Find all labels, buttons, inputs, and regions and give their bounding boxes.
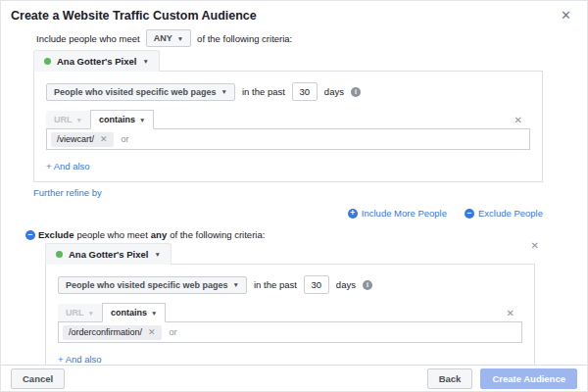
match-any-dropdown[interactable]: ANY ▼ bbox=[146, 29, 191, 47]
chevron-down-icon: ▼ bbox=[76, 117, 82, 123]
chevron-down-icon: ▼ bbox=[177, 35, 183, 42]
exclude-url-value-input[interactable]: /orderconfirmation/ ✕ or bbox=[58, 321, 522, 343]
include-more-people-label: Include More People bbox=[362, 208, 447, 219]
include-url-tag-text: /viewcart/ bbox=[57, 134, 94, 144]
include-event-dropdown[interactable]: People who visited specific web pages ▼ bbox=[46, 83, 235, 101]
exclude-event-dropdown[interactable]: People who visited specific web pages ▼ bbox=[58, 276, 247, 294]
create-audience-button[interactable]: Create Audience bbox=[480, 368, 577, 389]
remove-tag-icon[interactable]: ✕ bbox=[100, 134, 108, 144]
include-more-people-link[interactable]: + Include More People bbox=[348, 208, 447, 219]
exclude-and-also-link[interactable]: + And also bbox=[58, 354, 102, 365]
exclude-event-value: People who visited specific web pages bbox=[66, 280, 228, 290]
dialog-header: Create a Website Traffic Custom Audience… bbox=[1, 1, 587, 24]
chevron-down-icon: ▼ bbox=[221, 88, 227, 95]
include-event-value: People who visited specific web pages bbox=[54, 87, 217, 97]
exclude-header: − Exclude people who meet any of the fol… bbox=[25, 229, 587, 240]
include-and-also-link[interactable]: + And also bbox=[46, 161, 90, 172]
exclude-event-row: People who visited specific web pages ▼ … bbox=[58, 275, 522, 294]
minus-circle-icon: − bbox=[25, 230, 35, 240]
chevron-down-icon: ▼ bbox=[154, 251, 160, 258]
exclude-url-field-dropdown[interactable]: URL ▼ bbox=[58, 304, 102, 321]
remove-include-criterion-icon[interactable]: ✕ bbox=[514, 115, 522, 125]
exclude-url-row: URL ▼ contains ▼ ✕ bbox=[58, 303, 522, 321]
include-event-row: People who visited specific web pages ▼ … bbox=[46, 82, 530, 101]
exclude-mid-label: people who meet bbox=[76, 229, 147, 240]
exclude-url-tag: /orderconfirmation/ ✕ bbox=[63, 325, 162, 340]
pixel-status-dot-icon bbox=[44, 58, 51, 65]
include-operator-value: contains bbox=[99, 115, 135, 124]
close-icon[interactable]: ✕ bbox=[555, 9, 577, 22]
exclude-suffix-label: of the following criteria: bbox=[170, 229, 265, 240]
in-the-past-label: in the past bbox=[242, 86, 285, 97]
pixel-status-dot-icon bbox=[56, 251, 63, 258]
exclude-url-field-label: URL bbox=[66, 308, 84, 318]
include-further-refine-link[interactable]: Further refine by bbox=[33, 187, 102, 198]
or-placeholder: or bbox=[122, 134, 129, 144]
include-url-row: URL ▼ contains ▼ ✕ bbox=[46, 110, 530, 128]
chevron-down-icon: ▼ bbox=[151, 310, 157, 317]
info-icon: i bbox=[351, 87, 361, 97]
or-placeholder: or bbox=[170, 327, 177, 337]
create-custom-audience-dialog: Create a Website Traffic Custom Audience… bbox=[0, 0, 588, 392]
exclude-any-label: any bbox=[151, 229, 167, 240]
chevron-down-icon: ▼ bbox=[139, 117, 145, 123]
remove-tag-icon[interactable]: ✕ bbox=[148, 327, 156, 337]
dialog-footer: Cancel Back Create Audience bbox=[1, 365, 587, 391]
back-button[interactable]: Back bbox=[427, 368, 473, 389]
in-the-past-label: in the past bbox=[254, 279, 297, 290]
include-operator-dropdown[interactable]: contains ▼ bbox=[90, 110, 154, 129]
audience-actions-row: + Include More People − Exclude People bbox=[1, 208, 543, 219]
days-label: days bbox=[336, 279, 356, 290]
chevron-down-icon: ▼ bbox=[88, 310, 94, 317]
remove-exclude-section-icon[interactable]: ✕ bbox=[531, 240, 539, 251]
exclude-url-tag-text: /orderconfirmation/ bbox=[69, 327, 142, 337]
cancel-button[interactable]: Cancel bbox=[11, 368, 65, 389]
match-any-value: ANY bbox=[154, 33, 172, 43]
exclude-people-link[interactable]: − Exclude People bbox=[465, 208, 543, 219]
include-url-field-dropdown[interactable]: URL ▼ bbox=[46, 111, 90, 128]
info-icon: i bbox=[363, 280, 372, 290]
days-label: days bbox=[324, 86, 344, 97]
exclude-days-input[interactable] bbox=[304, 275, 329, 294]
minus-circle-icon: − bbox=[465, 209, 474, 219]
exclude-operator-dropdown[interactable]: contains ▼ bbox=[102, 303, 166, 322]
chevron-down-icon: ▼ bbox=[233, 281, 239, 288]
exclude-people-label: Exclude People bbox=[478, 208, 543, 219]
exclude-operator-value: contains bbox=[111, 308, 147, 318]
include-suffix-label: of the following criteria: bbox=[197, 33, 292, 44]
include-days-input[interactable] bbox=[292, 82, 318, 101]
include-url-tag: /viewcart/ ✕ bbox=[51, 132, 114, 147]
include-pixel-name: Ana Gotter's Pixel bbox=[57, 56, 136, 67]
include-url-value-input[interactable]: /viewcart/ ✕ or bbox=[46, 128, 530, 150]
include-prefix-label: Include people who meet bbox=[36, 33, 140, 44]
plus-circle-icon: + bbox=[348, 209, 358, 219]
include-pixel-dropdown[interactable]: Ana Gotter's Pixel ▼ bbox=[33, 50, 160, 72]
exclude-pixel-name: Ana Gotter's Pixel bbox=[69, 249, 148, 260]
dialog-title: Create a Website Traffic Custom Audience bbox=[11, 9, 257, 23]
include-url-field-label: URL bbox=[54, 115, 73, 124]
remove-exclude-criterion-icon[interactable]: ✕ bbox=[507, 308, 514, 318]
exclude-pixel-dropdown[interactable]: Ana Gotter's Pixel ▼ bbox=[45, 243, 172, 265]
exclude-rule-box: People who visited specific web pages ▼ … bbox=[45, 264, 535, 375]
chevron-down-icon: ▼ bbox=[142, 58, 148, 65]
exclude-bold-label: Exclude bbox=[38, 229, 74, 240]
include-rule-box: People who visited specific web pages ▼ … bbox=[33, 71, 543, 182]
include-criteria-line: Include people who meet ANY ▼ of the fol… bbox=[36, 29, 587, 47]
